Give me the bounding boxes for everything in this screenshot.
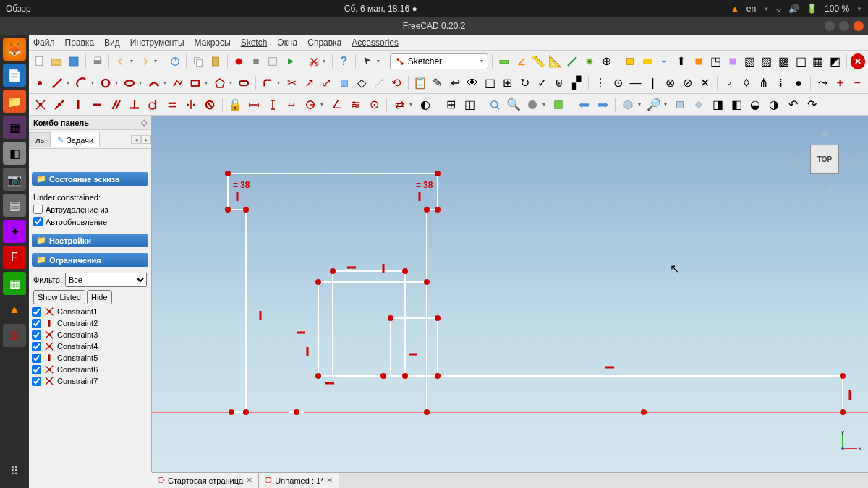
sk-toggle-button[interactable]: ⟲ xyxy=(388,74,404,92)
panel-detach-icon[interactable]: ◇ xyxy=(141,118,147,127)
cursor-button[interactable] xyxy=(359,53,375,70)
part-link-button[interactable] xyxy=(656,53,672,70)
sk-selvaxis-button[interactable]: | xyxy=(645,74,661,92)
constraint-item[interactable]: Constraint2 xyxy=(32,317,148,329)
macro-button[interactable] xyxy=(265,53,281,70)
sk-viewsketch-button[interactable]: 👁 xyxy=(464,74,480,92)
measure-toggle-button[interactable]: 📐 xyxy=(548,53,563,70)
cut-button[interactable] xyxy=(306,53,322,70)
app-icon-4[interactable]: ▦ xyxy=(3,116,26,139)
vw-rotleft-button[interactable]: ↶ xyxy=(784,96,801,114)
part-import-button[interactable]: ⬆ xyxy=(673,53,689,70)
sk-conv-button[interactable]: ⤳ xyxy=(814,74,830,92)
cn-internal-button[interactable]: ⊙ xyxy=(365,96,383,114)
measure-angle-button[interactable] xyxy=(514,53,529,70)
tab-scroll-left[interactable]: ◂ xyxy=(131,135,141,144)
part-g-button[interactable]: ▧ xyxy=(742,53,758,70)
volume-icon[interactable]: 🔊 xyxy=(788,4,799,14)
tab-model[interactable]: ль xyxy=(29,132,51,147)
filter-select[interactable]: Все xyxy=(65,273,147,287)
cn-radius-button[interactable] xyxy=(302,96,319,114)
sk-selorigin-button[interactable]: ⊙ xyxy=(610,74,626,92)
freecad-icon-2[interactable]: ⚙ xyxy=(3,324,26,347)
sk-mirror-button[interactable]: ▞ xyxy=(569,74,584,92)
copy-button[interactable] xyxy=(190,53,206,70)
sk-extend-button[interactable]: ↗ xyxy=(302,74,318,92)
sk-selredundant-button[interactable]: ⊗ xyxy=(663,74,678,92)
macro-stop-button[interactable] xyxy=(248,53,264,70)
freecad-icon[interactable]: F xyxy=(3,246,26,269)
sk-mapsketch-button[interactable]: ⊞ xyxy=(499,74,515,92)
cn-equal-button[interactable] xyxy=(163,96,181,114)
menu-edit[interactable]: Правка xyxy=(65,38,95,48)
cn-toggle-driving-button[interactable]: ⇄ xyxy=(391,96,408,114)
part-j-button[interactable]: ◫ xyxy=(793,53,809,70)
show-apps-icon[interactable]: ⠿ xyxy=(3,459,26,482)
window-close[interactable] xyxy=(854,21,864,31)
part-d-button[interactable] xyxy=(691,53,707,70)
whatsthis-button[interactable]: ? xyxy=(336,53,352,70)
sk-x-button[interactable]: ✕ xyxy=(697,74,713,92)
menu-windows[interactable]: Окна xyxy=(277,38,297,48)
sk-section-button[interactable]: ◫ xyxy=(482,74,498,92)
show-listed-button[interactable]: Show Listed xyxy=(33,290,85,304)
cn-point-on-button[interactable] xyxy=(51,96,68,114)
menu-file[interactable]: Файл xyxy=(33,38,55,48)
window-minimize[interactable] xyxy=(825,21,835,31)
sk-circle-button[interactable] xyxy=(98,74,114,92)
workbench-selector[interactable]: Sketcher ▾ xyxy=(390,53,488,69)
lang-indicator[interactable]: en xyxy=(746,4,756,14)
part-f-button[interactable] xyxy=(725,53,741,70)
undo-button[interactable] xyxy=(113,53,129,70)
cn-distx-button[interactable] xyxy=(245,96,263,114)
paste-button[interactable] xyxy=(208,53,224,70)
cn-activate-button[interactable]: ◐ xyxy=(417,96,434,114)
sk-merge-button[interactable]: ⊎ xyxy=(551,74,567,92)
section-constraints[interactable]: 📁 Ограничения xyxy=(32,253,148,267)
app-icon-5[interactable]: ◧ xyxy=(3,142,26,165)
section-settings[interactable]: 📁 Настройки xyxy=(32,234,148,247)
sk-bsp-weight-button[interactable]: ● xyxy=(791,74,807,92)
vw-iso-button[interactable] xyxy=(619,96,637,114)
sk-slot-button[interactable] xyxy=(236,74,252,92)
constraint-item[interactable]: Constraint1 xyxy=(32,306,148,317)
section-sketch-state[interactable]: 📁 Состояние эскиза xyxy=(32,172,148,186)
vw-drawstyle-button[interactable] xyxy=(524,96,541,114)
battery-icon[interactable]: 🔋 xyxy=(807,4,817,14)
menu-help[interactable]: Справка xyxy=(307,38,341,48)
screenshot-icon[interactable]: 📷 xyxy=(3,168,26,191)
vw-bbox-button[interactable] xyxy=(550,96,567,114)
files-icon[interactable]: 📁 xyxy=(3,90,26,113)
libreoffice-writer-icon[interactable]: 📄 xyxy=(3,64,26,87)
sk-fillet-button[interactable] xyxy=(260,74,276,92)
sk-line-button[interactable] xyxy=(49,74,65,92)
cn-lock-button[interactable]: 🔒 xyxy=(226,96,244,114)
constraint-item[interactable]: Constraint5 xyxy=(32,352,148,364)
vlc-tray-icon[interactable]: ▲ xyxy=(731,4,739,14)
menu-macros[interactable]: Макросы xyxy=(195,38,231,48)
cn-horizontal-button[interactable] xyxy=(88,96,106,114)
sk-ellipse-button[interactable] xyxy=(122,74,137,92)
measure-clear-button[interactable]: 📏 xyxy=(530,53,546,70)
sk-editsketch-button[interactable]: ✎ xyxy=(430,74,446,92)
vw-bottom-button[interactable]: ◒ xyxy=(746,96,764,114)
vw-snap-button[interactable]: ◫ xyxy=(461,96,478,114)
sk-polygon-button[interactable] xyxy=(212,74,228,92)
save-button[interactable] xyxy=(66,53,82,70)
vw-rear-button[interactable]: ◧ xyxy=(728,96,745,114)
sk-bsp-deg-button[interactable]: ◦ xyxy=(721,74,737,92)
wifi-icon[interactable]: ⌵ xyxy=(776,4,781,14)
auto-update-checkbox[interactable]: Автообновление xyxy=(33,215,147,228)
sk-split-button[interactable]: ⤢ xyxy=(319,74,335,92)
cn-dist-button[interactable]: ↔ xyxy=(283,96,300,114)
sk-bspline-button[interactable] xyxy=(146,74,162,92)
sk-construct-button[interactable] xyxy=(371,74,387,92)
vlc-icon[interactable]: ▲ xyxy=(3,298,26,321)
cn-coincident-button[interactable] xyxy=(32,96,49,114)
vw-top-button[interactable] xyxy=(690,96,707,114)
sk-rect-button[interactable] xyxy=(187,74,203,92)
redo-button[interactable] xyxy=(137,53,153,70)
firefox-icon[interactable]: 🦊 xyxy=(3,38,26,61)
macro-record-button[interactable] xyxy=(231,53,247,70)
3d-viewport[interactable]: = 38 = 38 xyxy=(152,116,868,472)
